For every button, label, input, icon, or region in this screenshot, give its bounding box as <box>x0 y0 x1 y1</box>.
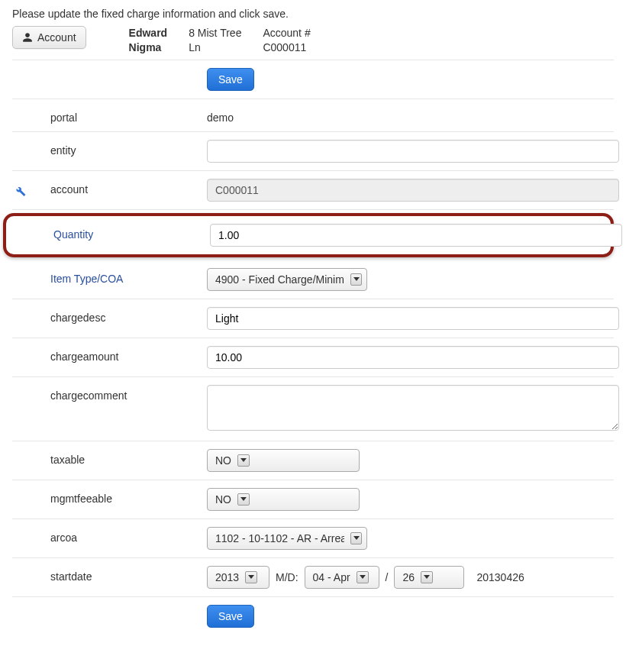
label-taxable: taxable <box>50 449 207 466</box>
account-button[interactable]: Account <box>12 26 86 49</box>
taxable-select[interactable]: NO <box>207 449 360 472</box>
row-startdate: startdate 2013 M/D: 04 - Apr / 26 201304… <box>12 558 614 597</box>
startdate-day-select[interactable]: 26 <box>394 566 464 589</box>
header-row: Account Edward Nigma 8 Mist Tree Ln Acco… <box>12 26 614 60</box>
person-icon <box>22 32 33 43</box>
date-separator: / <box>386 571 389 583</box>
header-name: Edward Nigma <box>129 26 168 55</box>
save-button-top[interactable]: Save <box>207 68 254 91</box>
row-entity: entity <box>12 132 614 171</box>
instruction-text: Please update the fixed charge informati… <box>12 8 614 20</box>
dropdown-arrow-icon <box>245 571 257 583</box>
row-arcoa: arcoa 1102 - 10-1102 - AR - Arrears <box>12 519 614 558</box>
taxable-select-value: NO <box>215 454 231 467</box>
quantity-input[interactable] <box>210 224 622 247</box>
label-itemtype: Item Type/COA <box>50 268 207 285</box>
dropdown-arrow-icon <box>357 571 369 583</box>
label-account: account <box>50 179 207 195</box>
arcoa-select-value: 1102 - 10-1102 - AR - Arrears <box>215 532 344 544</box>
value-portal: demo <box>207 107 614 124</box>
label-md: M/D: <box>276 571 298 583</box>
save-bottom-row: Save <box>12 597 614 635</box>
chargedesc-input[interactable] <box>207 307 619 330</box>
header-account-number: Account # C000011 <box>263 26 310 55</box>
chargeamount-input[interactable] <box>207 346 619 369</box>
chargecomment-textarea[interactable] <box>207 385 619 431</box>
itemtype-select-value: 4900 - Fixed Charge/Minimum <box>215 273 344 286</box>
label-mgmtfeeable: mgmtfeeable <box>50 488 207 505</box>
label-quantity: Quantity <box>53 224 210 241</box>
row-quantity: Quantity <box>3 213 614 257</box>
save-top-row: Save <box>12 60 614 99</box>
row-itemtype: Item Type/COA 4900 - Fixed Charge/Minimu… <box>12 260 614 299</box>
label-chargecomment: chargecomment <box>50 385 207 402</box>
label-arcoa: arcoa <box>50 527 207 544</box>
label-portal: portal <box>50 107 207 124</box>
wrench-icon[interactable] <box>12 183 26 199</box>
row-chargeamount: chargeamount <box>12 338 614 377</box>
account-input <box>207 179 619 202</box>
row-chargecomment: chargecomment <box>12 377 614 441</box>
label-entity: entity <box>50 140 207 157</box>
row-chargedesc: chargedesc <box>12 299 614 338</box>
account-button-label: Account <box>37 31 76 44</box>
dropdown-arrow-icon <box>237 493 250 506</box>
dropdown-arrow-icon <box>350 532 362 544</box>
mgmtfeeable-select[interactable]: NO <box>207 488 360 511</box>
row-account: account <box>12 171 614 210</box>
mgmtfeeable-select-value: NO <box>215 493 231 506</box>
startdate-year-select[interactable]: 2013 <box>207 566 269 589</box>
row-portal: portal demo <box>12 99 614 132</box>
dropdown-arrow-icon <box>237 454 250 467</box>
row-taxable: taxable NO <box>12 441 614 480</box>
dropdown-arrow-icon <box>421 571 433 583</box>
label-chargeamount: chargeamount <box>50 346 207 363</box>
arcoa-select[interactable]: 1102 - 10-1102 - AR - Arrears <box>207 527 367 550</box>
entity-input[interactable] <box>207 140 619 163</box>
itemtype-select[interactable]: 4900 - Fixed Charge/Minimum <box>207 268 367 291</box>
row-mgmtfeeable: mgmtfeeable NO <box>12 480 614 519</box>
header-address: 8 Mist Tree Ln <box>189 26 241 55</box>
startdate-combined: 20130426 <box>476 571 524 583</box>
startdate-month-select[interactable]: 04 - Apr <box>305 566 379 589</box>
dropdown-arrow-icon <box>350 273 362 286</box>
label-chargedesc: chargedesc <box>50 307 207 324</box>
save-button-bottom[interactable]: Save <box>207 605 254 628</box>
label-startdate: startdate <box>50 566 207 583</box>
